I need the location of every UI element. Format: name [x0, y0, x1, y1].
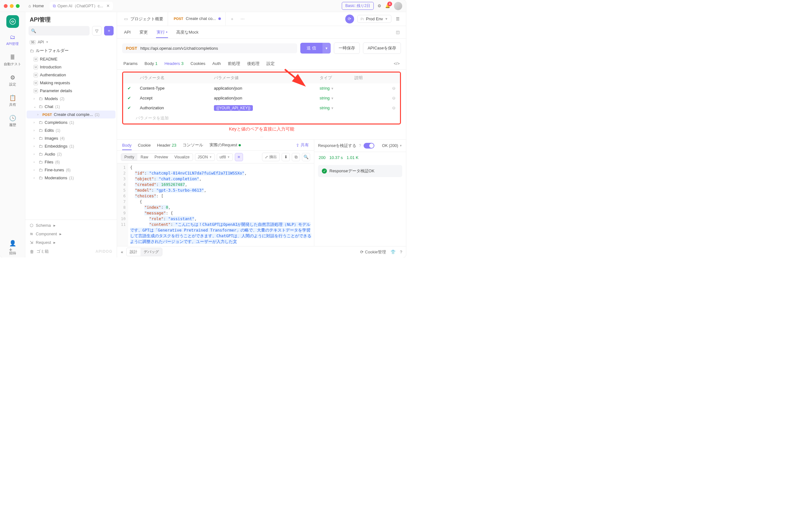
- search-button[interactable]: 🔍: [302, 153, 310, 161]
- subtab-change[interactable]: 変更: [139, 27, 148, 38]
- tree-doc[interactable]: MMaking requests: [27, 79, 116, 87]
- notifications-button[interactable]: 🔔 4: [385, 3, 390, 8]
- resptab-body[interactable]: Body: [122, 143, 132, 150]
- help-icon[interactable]: ?: [359, 143, 361, 148]
- check-icon[interactable]: ✔: [127, 96, 131, 101]
- header-value[interactable]: application/json: [209, 83, 315, 93]
- reqtab-pre[interactable]: 前処理: [228, 61, 240, 66]
- check-icon[interactable]: ✔: [127, 86, 131, 90]
- header-name[interactable]: Content-Type: [136, 83, 209, 93]
- tree-folder-embeddings[interactable]: ›🗀Embeddings (1): [27, 142, 116, 150]
- header-type[interactable]: string ▼: [315, 93, 350, 103]
- header-type[interactable]: string ▼: [315, 103, 350, 113]
- resptab-header[interactable]: Header 23: [157, 143, 176, 147]
- gear-icon[interactable]: ⚙: [378, 3, 381, 8]
- tree-folder-audio[interactable]: ›🗀Audio (2): [27, 150, 116, 158]
- rail-api[interactable]: 🗂 API管理: [0, 32, 25, 48]
- search-input[interactable]: 🔍: [28, 26, 90, 35]
- remove-icon[interactable]: ⊖: [392, 96, 396, 101]
- reqtab-cookies[interactable]: Cookies: [191, 61, 205, 66]
- resptab-actual[interactable]: 実際のRequest: [209, 142, 240, 148]
- reqtab-post[interactable]: 後処理: [247, 61, 260, 66]
- send-button[interactable]: 送 信: [300, 43, 322, 54]
- tree-doc[interactable]: MIntroduction: [27, 63, 116, 71]
- tshirt-icon[interactable]: 👕: [390, 250, 396, 254]
- reqtab-auth[interactable]: Auth: [212, 61, 221, 66]
- tree-folder-moderations[interactable]: ›🗀Moderations (1): [27, 174, 116, 182]
- remove-icon[interactable]: ⊖: [392, 86, 396, 90]
- tree-doc[interactable]: MParameter details: [27, 87, 116, 95]
- add-param-row[interactable]: パラメータを追加: [123, 113, 400, 124]
- share-button[interactable]: ⇪共有: [296, 142, 309, 148]
- copy-button[interactable]: ⧉: [292, 153, 300, 161]
- tab-overview[interactable]: ▭ プロジェクト概要: [120, 12, 168, 26]
- reqtab-body[interactable]: Body 1: [145, 61, 157, 66]
- resptab-console[interactable]: コンソール: [182, 142, 203, 148]
- sidebar-component[interactable]: ≋Component▸: [29, 230, 113, 238]
- view-mode-segment[interactable]: Pretty Raw Preview Visualize: [121, 153, 193, 161]
- tree-folder-completions[interactable]: ›🗀Completions (1): [27, 118, 116, 126]
- send-dropdown[interactable]: ▼: [322, 43, 331, 54]
- project-logo[interactable]: [6, 15, 19, 28]
- tree-folder-images[interactable]: ›🗀Images (4): [27, 134, 116, 142]
- remove-icon[interactable]: ⊖: [392, 106, 396, 110]
- tree-folder-finetunes[interactable]: ›🗀Fine-tunes (6): [27, 166, 116, 174]
- view-visualize[interactable]: Visualize: [171, 154, 193, 161]
- window-close-dot[interactable]: [4, 4, 8, 8]
- rail-settings[interactable]: ⚙ 設定: [0, 72, 25, 89]
- view-preview[interactable]: Preview: [151, 154, 171, 161]
- save-case-button[interactable]: APICaseを保存: [363, 43, 401, 54]
- plan-badge[interactable]: Basic: 残り2日: [342, 2, 374, 10]
- verify-toggle[interactable]: [364, 143, 374, 148]
- home-button[interactable]: ⌂ Home: [25, 2, 47, 9]
- reqtab-settings[interactable]: 設定: [266, 61, 275, 66]
- sidebar-schema[interactable]: ⬡Schema▸: [29, 222, 113, 229]
- sidebar-request[interactable]: ⇲Request▸: [29, 239, 113, 246]
- sidebar-trash[interactable]: 🗑ゴミ箱APIDOG: [29, 247, 113, 255]
- tree-folder-files[interactable]: ›🗀Files (6): [27, 158, 116, 166]
- tree-folder-models[interactable]: ›🗀Models (2): [27, 95, 116, 103]
- tree-endpoint-create-chat[interactable]: ›POSTCreate chat comple... (1): [27, 111, 116, 118]
- menu-icon[interactable]: ☰: [395, 15, 401, 23]
- filter-button[interactable]: ▽: [92, 26, 102, 35]
- download-button[interactable]: ⬇: [282, 153, 290, 161]
- refresh-button[interactable]: ⟳: [345, 15, 354, 23]
- resptab-cookie[interactable]: Cookie: [138, 143, 151, 147]
- mode-design[interactable]: 設計: [126, 248, 141, 256]
- check-icon[interactable]: ✔: [127, 106, 131, 110]
- subtab-mock[interactable]: 高度なMock: [176, 27, 199, 38]
- window-max-dot[interactable]: [16, 4, 20, 8]
- tree-folder-edits[interactable]: ›🗀Edits (1): [27, 126, 116, 134]
- header-value[interactable]: application/json: [209, 93, 315, 103]
- url-input[interactable]: POST https://api.openai.com/v1/chat/comp…: [122, 44, 297, 53]
- format-select[interactable]: JSON▼: [195, 153, 215, 161]
- header-name[interactable]: Authorization: [136, 103, 209, 113]
- header-row[interactable]: ✔ Accept application/json string ▼ ⊖: [123, 93, 400, 103]
- header-name[interactable]: Accept: [136, 93, 209, 103]
- subtab-api[interactable]: API: [123, 27, 131, 37]
- env-selector[interactable]: Pr Prod Env ▼: [357, 15, 392, 23]
- panel-toggle-icon[interactable]: ◫: [396, 30, 400, 34]
- help-icon[interactable]: ?: [400, 250, 402, 254]
- rail-history[interactable]: 🕓 履歴: [0, 113, 25, 129]
- collapse-icon[interactable]: «: [121, 250, 123, 254]
- header-row[interactable]: ✔ Content-Type application/json string ▼…: [123, 83, 400, 93]
- code-icon[interactable]: </>: [394, 61, 400, 66]
- avatar[interactable]: [394, 2, 402, 10]
- mode-segment[interactable]: 設計 デバッグ: [126, 248, 162, 256]
- tab-add[interactable]: ＋: [227, 12, 237, 26]
- rail-invite[interactable]: 👤+ 招待: [0, 241, 25, 258]
- more-icon[interactable]: ⋯: [239, 17, 246, 21]
- save-temp-button[interactable]: 一時保存: [334, 43, 360, 54]
- tree-doc[interactable]: MAuthentication: [27, 71, 116, 79]
- header-value[interactable]: {{YOUR_API_KEY}}: [209, 103, 315, 113]
- mode-debug[interactable]: デバッグ: [141, 248, 162, 256]
- reqtab-headers[interactable]: Headers 3: [165, 61, 183, 66]
- extract-button[interactable]: ⤢ 抽出: [262, 153, 280, 161]
- cookie-manage-button[interactable]: ⟳Cookie管理: [360, 249, 386, 255]
- tree-folder-chat[interactable]: ⌄🗀Chat (1): [27, 103, 116, 111]
- tree-doc[interactable]: MREADME: [27, 55, 116, 63]
- header-type[interactable]: string ▼: [315, 83, 350, 93]
- subtab-run[interactable]: 実行 •: [156, 27, 168, 38]
- rail-share[interactable]: 📋 共有: [0, 92, 25, 109]
